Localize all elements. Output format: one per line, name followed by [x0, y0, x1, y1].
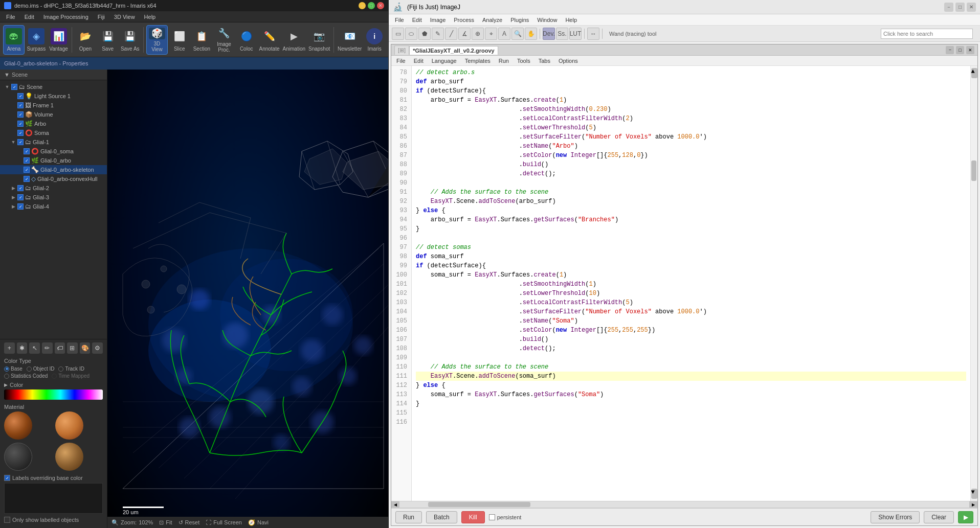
scene-check-arbo[interactable]: ✓	[17, 121, 24, 127]
fiji-minimize-btn[interactable]: －	[944, 3, 953, 12]
reset-item[interactable]: ↺ Reset	[179, 519, 200, 526]
scene-item-glial0-soma[interactable]: ✓ ⭕ Glial-0_soma	[0, 147, 107, 156]
scene-item-glial1[interactable]: ▼ ✓ 🗂 Glial-1	[0, 137, 107, 147]
labels-checkbox[interactable]: ✓	[4, 475, 10, 481]
imaris-menu-file[interactable]: File	[2, 13, 19, 21]
toolbar-btn-arena[interactable]: 🏟 Arena	[3, 25, 25, 55]
show-errors-button[interactable]: Show Errors	[871, 511, 920, 523]
scroll-right-btn[interactable]: ▶	[969, 501, 977, 508]
scene-item-scene-root[interactable]: ▼ ✓ 🗂 Scene	[0, 82, 107, 91]
fiji-tool-text[interactable]: A	[498, 28, 510, 40]
toolbar-btn-annotate[interactable]: ✏️ Annotate	[258, 25, 280, 55]
scene-item-glial2[interactable]: ▶ ✓ 🗂 Glial-2	[0, 183, 107, 193]
fiji-tool-point[interactable]: ⊕	[472, 28, 484, 40]
vertical-scrollbar[interactable]: ▲ ▼	[970, 66, 977, 501]
scene-check-glial0skeleton[interactable]: ✓	[24, 167, 30, 173]
fiji-tool-freehand[interactable]: ✎	[432, 28, 444, 40]
fiji-menu-window[interactable]: Window	[533, 16, 561, 24]
fiji-tool-ellipse[interactable]: ⬭	[405, 28, 417, 40]
fiji-tool-lut[interactable]: LUT	[569, 28, 582, 40]
fiji-tool-hand[interactable]: ✋	[525, 28, 537, 40]
groovy-pin-btn[interactable]: [⊞]	[394, 45, 409, 55]
clear-button[interactable]: Clear	[924, 511, 954, 523]
scene-check-glial2[interactable]: ✓	[17, 185, 24, 191]
scene-item-light[interactable]: ✓ 💡 Light Source 1	[0, 91, 107, 101]
batch-button[interactable]: Batch	[426, 511, 457, 523]
radio-trackid[interactable]: Track ID	[58, 366, 84, 372]
scene-item-glial3[interactable]: ▶ ✓ 🗂 Glial-3	[0, 193, 107, 202]
color-expand-arrow[interactable]: ▶	[4, 382, 8, 387]
fiji-menu-analyze[interactable]: Analyze	[478, 16, 506, 24]
radio-statcoded[interactable]: Statistics Coded	[4, 373, 48, 379]
groovy-menu-edit[interactable]: Edit	[411, 57, 427, 64]
fiji-menu-help[interactable]: Help	[561, 16, 581, 24]
toolbar-btn-coloc[interactable]: 🔵 Coloc	[236, 25, 257, 55]
toolbar-btn-vantage[interactable]: 📊 Vantage	[48, 25, 70, 55]
groovy-menu-tools[interactable]: Tools	[514, 57, 533, 64]
fiji-menu-edit[interactable]: Edit	[408, 16, 426, 24]
horizontal-scrollbar[interactable]: ◀ ▶	[391, 501, 977, 508]
imaris-minimize-btn[interactable]: －	[359, 2, 366, 9]
toolbar-btn-imageproc[interactable]: 🔧 Image Proc.	[213, 25, 235, 55]
scene-check-frame[interactable]: ✓	[17, 102, 24, 108]
fiji-menu-file[interactable]: File	[391, 16, 408, 24]
scene-item-arbo[interactable]: ✓ 🌿 Arbo	[0, 119, 107, 128]
fiji-tool-zoom[interactable]: 🔍	[511, 28, 524, 40]
scene-tree[interactable]: ▼ ✓ 🗂 Scene ✓ 💡 Light Source 1	[0, 80, 107, 339]
fullscreen-item[interactable]: ⛶ Full Screen	[206, 519, 242, 525]
toolbar-btn-slice[interactable]: ⬜ Slice	[169, 25, 190, 55]
radio-objectid[interactable]: Object ID	[27, 366, 55, 372]
scene-check-glial0arbo[interactable]: ✓	[24, 157, 30, 164]
scrollbar-thumb[interactable]	[971, 160, 976, 181]
radio-base[interactable]: Base	[4, 366, 23, 372]
run-button[interactable]: Run	[395, 511, 422, 523]
fit-item[interactable]: ⊡ Fit	[159, 519, 172, 526]
groovy-menu-options[interactable]: Options	[555, 57, 581, 64]
scene-item-glial0-convex[interactable]: ✓ ◇ Glial-0_arbo-convexHull	[0, 174, 107, 183]
scrollbar-up-btn[interactable]: ▲	[971, 68, 977, 78]
scene-expand-glial2[interactable]: ▶	[11, 186, 16, 191]
toolbar-btn-save[interactable]: 💾 Save	[97, 25, 119, 55]
imaris-close-btn[interactable]: ✕	[377, 2, 384, 9]
groovy-menu-tabs[interactable]: Tabs	[536, 57, 553, 64]
fiji-tool-line[interactable]: ╱	[445, 28, 457, 40]
fiji-menu-plugins[interactable]: Plugins	[506, 16, 533, 24]
imaris-menu-imageproc[interactable]: Image Processing	[39, 13, 93, 21]
fiji-tool-arrows[interactable]: ↔	[587, 28, 599, 40]
code-content[interactable]: // detect arbo.sdef arbo_surfif (detectS…	[412, 66, 970, 501]
toolbar-btn-snapshot[interactable]: 📷 Snapshot	[307, 25, 331, 55]
fiji-tool-rect[interactable]: ▭	[392, 28, 404, 40]
toolbar-btn-saveas[interactable]: 💾 Save As	[119, 25, 141, 55]
fiji-tool-polygon[interactable]: ⬟	[418, 28, 431, 40]
material-sphere-2[interactable]	[55, 411, 83, 440]
imaris-menu-help[interactable]: Help	[140, 13, 160, 21]
material-sphere-4[interactable]	[55, 443, 83, 471]
toolbar-btn-3dview[interactable]: 🎲 3D View	[146, 25, 168, 55]
groovy-menu-file[interactable]: File	[393, 57, 409, 64]
imaris-maximize-btn[interactable]: □	[368, 2, 375, 9]
fiji-tool-dev[interactable]: Dev.	[543, 28, 555, 40]
toolbar-btn-surpass[interactable]: ◈ Surpass	[26, 25, 47, 55]
hscroll-thumb[interactable]	[428, 502, 530, 507]
fiji-search-input[interactable]	[881, 29, 973, 39]
scene-item-frame[interactable]: ✓ 🖼 Frame 1	[0, 101, 107, 110]
scene-check-root[interactable]: ✓	[11, 84, 17, 90]
remove-btn[interactable]: ✱	[17, 342, 28, 354]
scene-expand-glial4[interactable]: ▶	[11, 204, 16, 209]
scene-item-soma[interactable]: ✓ ⭕ Soma	[0, 128, 107, 137]
scene-item-glial0-skeleton[interactable]: ✓ 🦴 Glial-0_arbo-skeleton	[0, 165, 107, 174]
cursor-btn[interactable]: ↖	[29, 342, 40, 354]
toolbar-btn-imaris[interactable]: i Imaris	[364, 25, 385, 55]
viewport-3d[interactable]: 20 um 🔍 Zoom: 102% ⊡ Fit ↺ Reset ⛶	[107, 70, 388, 528]
fiji-tool-angle[interactable]: ∡	[458, 28, 471, 40]
persistent-checkbox[interactable]	[489, 514, 495, 520]
groovy-close-btn[interactable]: ✕	[966, 46, 974, 54]
material-sphere-3[interactable]	[4, 443, 32, 471]
pencil-btn[interactable]: ✏	[42, 342, 53, 354]
toolbar-btn-newsletter[interactable]: 📧 Newsletter	[337, 25, 363, 55]
imaris-menu-3dview[interactable]: 3D View	[110, 13, 139, 21]
scene-item-glial0-arbo[interactable]: ✓ 🌿 Glial-0_arbo	[0, 156, 107, 165]
grid-btn[interactable]: ⊞	[67, 342, 78, 354]
scroll-left-btn[interactable]: ◀	[391, 501, 399, 508]
settings-btn[interactable]: ⚙	[92, 342, 103, 354]
